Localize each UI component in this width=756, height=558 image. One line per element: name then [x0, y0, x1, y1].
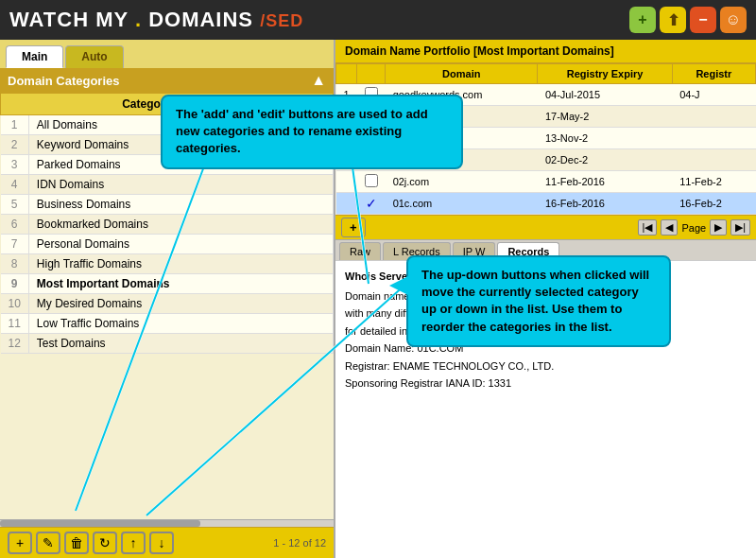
move-down-button[interactable]: ↓	[149, 532, 174, 554]
page-next-button[interactable]: ▶	[710, 219, 727, 235]
list-item[interactable]: 5Business Domains	[1, 195, 334, 215]
list-item[interactable]: 12Test Domains	[1, 334, 334, 354]
refresh-category-button[interactable]: ↻	[93, 532, 117, 554]
page-first-button[interactable]: |◀	[638, 219, 658, 235]
header-add-button[interactable]: +	[629, 7, 656, 33]
edit-category-button[interactable]: ✎	[36, 532, 60, 554]
list-item[interactable]: 7Personal Domains	[1, 235, 334, 254]
tooltip-up-down: The up-down buttons when clicked will mo…	[406, 255, 671, 347]
col-expiry: Registry Expiry	[538, 64, 672, 84]
table-row[interactable]: 02j.com11-Feb-201611-Feb-2	[336, 171, 756, 193]
header-upload-button[interactable]: ⬆	[660, 7, 686, 33]
table-row[interactable]: ✓01c.com16-Feb-201616-Feb-2	[336, 193, 756, 215]
app-header: WATCH MY . DOMAINS /SED + ⬆ − ☺	[0, 0, 756, 40]
tab-main[interactable]: Main	[6, 45, 63, 68]
page-last-button[interactable]: ▶|	[730, 219, 750, 235]
col-registrar: Registr	[672, 64, 755, 84]
category-panel: Domain Categories ▲	[0, 68, 334, 93]
page-info: 1 - 12 of 12	[273, 537, 326, 549]
header-remove-button[interactable]: −	[690, 7, 716, 33]
page-prev-button[interactable]: ◀	[661, 219, 678, 235]
header-user-button[interactable]: ☺	[720, 7, 747, 33]
row-checkbox[interactable]	[365, 174, 378, 187]
delete-category-button[interactable]: 🗑	[64, 532, 89, 554]
tab-raw[interactable]: Raw	[339, 242, 381, 260]
col-checkbox2	[357, 64, 386, 84]
tooltip-add-edit: The 'add' and 'edit' buttons are used to…	[161, 95, 463, 169]
list-item[interactable]: 9Most Important Domains	[1, 274, 334, 294]
col-domain: Domain	[386, 64, 538, 84]
list-item[interactable]: 6Bookmarked Domains	[1, 215, 334, 235]
list-item[interactable]: 10My Desired Domains	[1, 294, 334, 314]
tabs-row: Main Auto	[0, 40, 334, 68]
page-label: Page	[681, 222, 706, 234]
add-category-button[interactable]: +	[8, 532, 32, 554]
header-buttons: + ⬆ − ☺	[629, 7, 747, 33]
move-up-button[interactable]: ↑	[121, 532, 146, 554]
app-title: WATCH MY . DOMAINS /SED	[9, 8, 303, 32]
bottom-toolbar: + ✎ 🗑 ↻ ↑ ↓ 1 - 12 of 12	[0, 527, 334, 558]
category-header-label: Domain Categories	[8, 74, 119, 88]
toolbar-buttons: + ✎ 🗑 ↻ ↑ ↓	[8, 532, 174, 554]
col-checkbox	[336, 64, 357, 84]
collapse-button[interactable]: ▲	[311, 72, 326, 89]
domain-action-row: + |◀ ◀ Page ▶ ▶|	[335, 215, 756, 239]
list-item[interactable]: 4IDN Domains	[1, 175, 334, 195]
domain-add-button[interactable]: +	[341, 218, 366, 237]
horizontal-scrollbar[interactable]	[0, 519, 334, 527]
list-item[interactable]: 11Low Traffic Domains	[1, 314, 334, 334]
portfolio-header: Domain Name Portfolio [Most Important Do…	[335, 40, 756, 63]
list-item[interactable]: 8High Traffic Domains	[1, 254, 334, 274]
pagination-controls: |◀ ◀ Page ▶ ▶|	[638, 219, 750, 235]
tab-auto[interactable]: Auto	[65, 45, 123, 68]
checkmark-icon: ✓	[366, 196, 377, 211]
